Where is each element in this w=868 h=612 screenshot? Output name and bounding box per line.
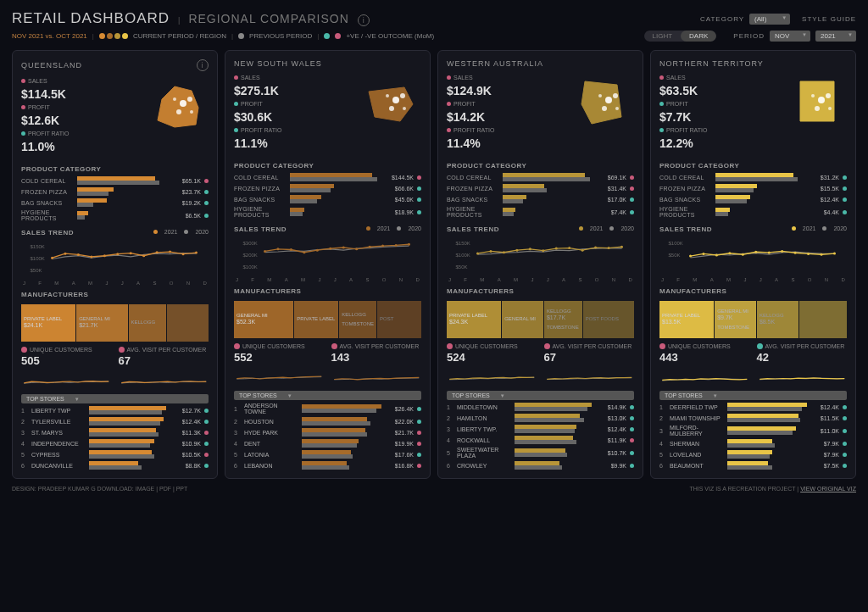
sales-trend-heading: SALES TREND [447, 225, 499, 233]
year-select[interactable]: 2021 [815, 31, 856, 42]
page-subtitle: REGIONAL COMPARISON [188, 12, 348, 25]
info-icon[interactable]: i [358, 14, 370, 26]
svg-point-70 [728, 252, 731, 254]
store-row: 3MILFORD-MULBERRY $11.0K [659, 425, 847, 437]
unique-customers-value: 524 [447, 351, 537, 364]
svg-text:$100K: $100K [669, 241, 683, 246]
legend-previous: PREVIOUS PERIOD [249, 32, 312, 40]
svg-point-59 [620, 246, 623, 248]
visit-spark [544, 365, 635, 386]
svg-point-62 [815, 106, 820, 111]
header: RETAIL DASHBOARD | REGIONAL COMPARISON i… [12, 10, 856, 27]
svg-point-23 [403, 107, 406, 110]
category-row: FROZEN PIZZA $66.6K [234, 184, 421, 192]
region-map [149, 78, 209, 129]
svg-point-29 [276, 248, 279, 250]
svg-point-31 [303, 251, 305, 253]
region-map [362, 75, 421, 125]
product-category-heading: PRODUCT CATEGORY [234, 162, 421, 170]
info-icon[interactable]: i [197, 59, 209, 71]
footer-right: THIS VIZ IS A RECREATION PROJECT | VIEW … [689, 486, 856, 492]
region-card: WESTERN AUSTRALIA SALES $124.9K PROFIT $… [437, 50, 643, 479]
category-row: COLD CEREAL $69.1K [447, 173, 634, 181]
svg-point-73 [768, 251, 771, 253]
region-card: QUEENSLANDi SALES $114.5K PROFIT $12.6K … [12, 50, 218, 479]
svg-text:$300K: $300K [243, 241, 258, 246]
profit-value: $12.6K [21, 114, 142, 127]
svg-point-56 [581, 249, 584, 252]
region-name: NEW SOUTH WALES [234, 59, 322, 68]
svg-point-11 [90, 255, 92, 258]
store-row: 5CYPRESS $10.5K [21, 450, 209, 459]
manufacturers-heading: MANUFACTURERS [21, 291, 209, 298]
view-original-link[interactable]: VIEW ORIGINAL VIZ [800, 486, 856, 492]
manufacturers-heading: MANUFACTURERS [234, 287, 421, 295]
svg-point-2 [176, 109, 181, 114]
svg-text:$100K: $100K [31, 256, 45, 261]
category-select[interactable]: (All) [749, 14, 790, 25]
legend-current: CURRENT PERIOD / REGION [133, 32, 226, 40]
store-row: 5LATONIA $17.6K [234, 450, 421, 459]
svg-point-57 [594, 247, 597, 249]
svg-point-37 [381, 245, 384, 248]
sales-value: $63.5K [659, 84, 781, 97]
sales-trend-chart: $150K$100K$50K [447, 238, 634, 277]
svg-point-21 [400, 93, 405, 98]
product-category-heading: PRODUCT CATEGORY [447, 162, 634, 170]
avg-visit-value: 143 [331, 351, 422, 364]
svg-point-22 [389, 106, 394, 111]
svg-text:$100K: $100K [456, 253, 470, 258]
manufacturers-heading: MANUFACTURERS [447, 287, 634, 295]
svg-point-10 [77, 253, 80, 256]
svg-point-32 [316, 249, 319, 252]
svg-text:$50K: $50K [31, 268, 42, 273]
customers-spark [447, 365, 537, 386]
avg-visit-value: 67 [544, 351, 635, 364]
store-row: 4SHERMAN $7.9K [659, 439, 847, 448]
svg-point-69 [715, 253, 718, 256]
svg-point-39 [408, 243, 410, 246]
svg-point-64 [811, 94, 815, 97]
sales-value: $114.5K [21, 87, 142, 101]
svg-point-12 [103, 254, 106, 257]
svg-point-14 [130, 252, 132, 254]
svg-point-53 [542, 249, 544, 252]
svg-point-4 [173, 97, 176, 101]
store-row: 4ROCKWALL $11.9K [447, 436, 634, 444]
treemap: GENERAL MI$52.3K PRIVATE LABEL KELLOGGTO… [234, 301, 421, 338]
profit-value: $7.7K [659, 110, 781, 124]
store-row: 6CROWLEY $9.9K [447, 461, 634, 470]
footer-left: DESIGN: PRADEEP KUMAR G DOWNLOAD: IMAGE … [12, 486, 187, 492]
svg-point-0 [180, 100, 186, 107]
month-select[interactable]: NOV [770, 31, 810, 42]
sales-trend-heading: SALES TREND [21, 229, 74, 236]
store-row: 2HOUSTON $22.0K [234, 417, 421, 426]
store-row: 1LIBERTY TWP $12.7K [21, 406, 209, 414]
treemap: PRIVATE LABEL$13.5K GENERAL MI$9.7KTOMBS… [659, 301, 847, 338]
svg-point-50 [503, 251, 505, 253]
region-map [575, 75, 634, 125]
top-stores-select[interactable]: TOP STORES [659, 391, 847, 400]
avg-visit-value: 67 [119, 354, 209, 367]
svg-point-9 [64, 253, 66, 255]
top-stores-select[interactable]: TOP STORES [21, 394, 209, 403]
svg-point-77 [821, 253, 823, 256]
top-stores-select[interactable]: TOP STORES [234, 391, 421, 400]
category-label: CATEGORY [700, 15, 744, 23]
svg-point-42 [602, 106, 607, 111]
region-grid: QUEENSLANDi SALES $114.5K PROFIT $12.6K … [12, 50, 856, 479]
svg-point-58 [608, 247, 610, 249]
treemap: PRIVATE LABEL$24.1K GENERAL MI$21.7K KEL… [21, 304, 209, 342]
theme-dark[interactable]: DARK [681, 31, 716, 42]
ratio-value: 11.1% [234, 136, 355, 150]
svg-point-68 [702, 253, 704, 255]
store-row: 4INDEPENDENCE $10.9K [21, 439, 209, 448]
svg-point-13 [116, 253, 119, 255]
store-row: 3ST. MARYS $11.3K [21, 428, 209, 437]
theme-light[interactable]: LIGHT [644, 31, 682, 42]
theme-toggle[interactable]: LIGHT DARK [644, 31, 717, 42]
svg-point-60 [818, 97, 825, 103]
period-label: PERIOD [733, 32, 765, 40]
top-stores-select[interactable]: TOP STORES [447, 391, 634, 400]
svg-point-30 [290, 248, 292, 251]
